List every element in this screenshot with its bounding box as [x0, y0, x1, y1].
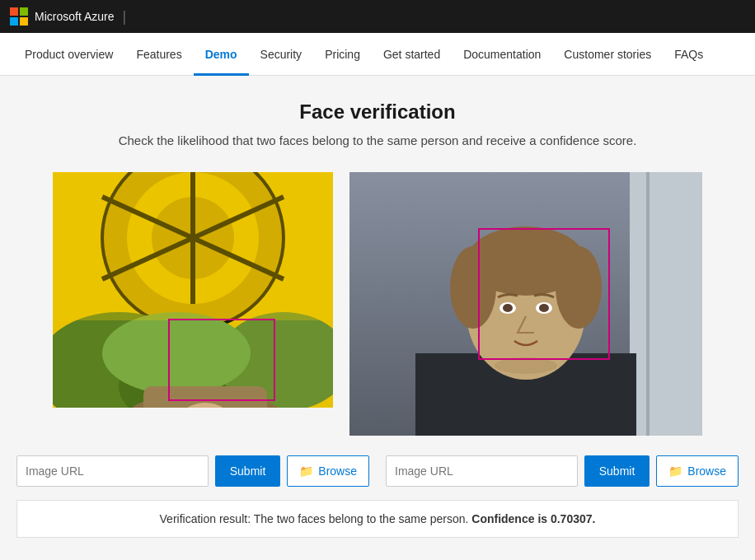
- nav-item-pricing[interactable]: Pricing: [313, 33, 372, 76]
- right-submit-button[interactable]: Submit: [584, 455, 650, 487]
- nav-item-security[interactable]: Security: [249, 33, 314, 76]
- right-image-container: [349, 172, 702, 436]
- top-bar: Microsoft Azure |: [0, 0, 755, 33]
- nav-item-demo[interactable]: Demo: [194, 33, 249, 76]
- left-submit-button[interactable]: Submit: [215, 455, 281, 487]
- microsoft-logo: Microsoft Azure: [10, 7, 114, 26]
- nav-bar: Product overview Features Demo Security …: [0, 33, 755, 76]
- page-title: Face verification: [16, 100, 739, 124]
- nav-item-faqs[interactable]: FAQs: [663, 33, 715, 76]
- main-content: Face verification Check the likelihood t…: [0, 76, 755, 554]
- svg-point-33: [495, 357, 557, 374]
- nav-item-customer-stories[interactable]: Customer stories: [552, 33, 663, 76]
- page-subtitle: Check the likelihood that two faces belo…: [16, 133, 739, 147]
- right-input-group: Submit 📁 Browse: [386, 455, 739, 487]
- svg-rect-20: [646, 172, 649, 436]
- svg-rect-19: [630, 172, 702, 436]
- left-image-container: [53, 172, 333, 408]
- nav-item-get-started[interactable]: Get started: [372, 33, 452, 76]
- left-url-input[interactable]: [16, 455, 209, 487]
- result-confidence: Confidence is 0.70307.: [471, 512, 595, 525]
- left-face-detection-rect: [168, 319, 275, 401]
- left-input-group: Submit 📁 Browse: [16, 455, 369, 487]
- svg-rect-17: [53, 172, 333, 320]
- right-face-detection-rect: [478, 228, 610, 360]
- nav-item-documentation[interactable]: Documentation: [452, 33, 552, 76]
- left-browse-label: Browse: [318, 464, 357, 478]
- brand-text: Microsoft Azure: [35, 10, 114, 23]
- result-prefix: Verification result: The two faces belon…: [160, 512, 469, 525]
- right-browse-button[interactable]: 📁 Browse: [656, 455, 739, 487]
- right-url-input[interactable]: [386, 455, 578, 487]
- input-row: Submit 📁 Browse Submit 📁 Browse: [16, 455, 739, 487]
- result-bar: Verification result: The two faces belon…: [16, 500, 739, 538]
- folder-icon-2: 📁: [668, 464, 682, 478]
- left-browse-button[interactable]: 📁 Browse: [287, 455, 369, 487]
- top-bar-divider: |: [122, 8, 126, 26]
- right-browse-label: Browse: [687, 464, 726, 478]
- nav-item-product-overview[interactable]: Product overview: [13, 33, 124, 76]
- images-row: [16, 172, 739, 436]
- ms-grid-icon: [10, 7, 28, 26]
- nav-item-features[interactable]: Features: [124, 33, 193, 76]
- folder-icon: 📁: [299, 464, 313, 478]
